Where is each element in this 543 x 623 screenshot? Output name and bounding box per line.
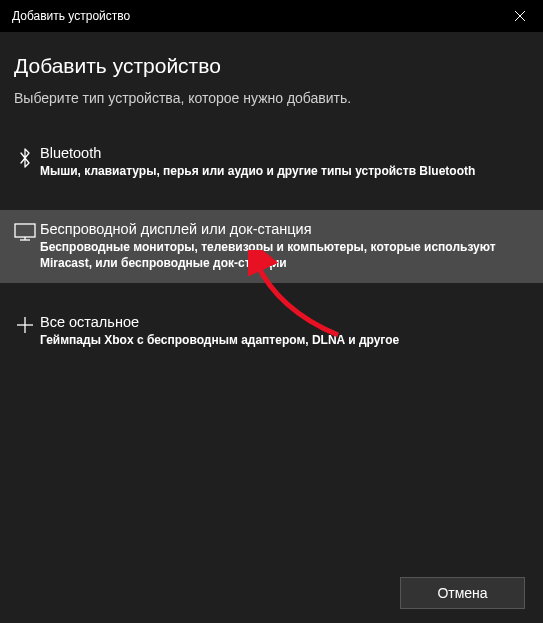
option-bluetooth[interactable]: Bluetooth Мыши, клавиатуры, перья или ау…: [0, 134, 543, 190]
display-icon: [10, 221, 40, 241]
page-title: Добавить устройство: [0, 54, 543, 86]
cancel-button-label: Отмена: [437, 585, 487, 601]
close-icon: [515, 11, 525, 21]
dialog-content: Добавить устройство Выберите тип устройс…: [0, 32, 543, 359]
option-wireless-display-body: Беспроводной дисплей или док-станция Бес…: [40, 221, 529, 271]
option-bluetooth-title: Bluetooth: [40, 145, 529, 161]
window-title: Добавить устройство: [12, 9, 130, 23]
option-other-body: Все остальное Геймпады Xbox с беспроводн…: [40, 314, 529, 348]
option-wireless-display[interactable]: Беспроводной дисплей или док-станция Бес…: [0, 210, 543, 282]
option-other-title: Все остальное: [40, 314, 529, 330]
dialog-footer: Отмена: [400, 577, 525, 609]
option-other[interactable]: Все остальное Геймпады Xbox с беспроводн…: [0, 303, 543, 359]
titlebar: Добавить устройство: [0, 0, 543, 32]
bluetooth-icon: [10, 145, 40, 169]
option-wireless-display-title: Беспроводной дисплей или док-станция: [40, 221, 529, 237]
option-wireless-display-desc: Беспроводные мониторы, телевизоры и комп…: [40, 239, 529, 271]
svg-rect-2: [15, 224, 35, 237]
close-button[interactable]: [497, 0, 543, 32]
page-subtitle: Выберите тип устройства, которое нужно д…: [0, 86, 543, 134]
plus-icon: [10, 314, 40, 334]
option-other-desc: Геймпады Xbox с беспроводным адаптером, …: [40, 332, 529, 348]
option-bluetooth-body: Bluetooth Мыши, клавиатуры, перья или ау…: [40, 145, 529, 179]
option-bluetooth-desc: Мыши, клавиатуры, перья или аудио и друг…: [40, 163, 529, 179]
cancel-button[interactable]: Отмена: [400, 577, 525, 609]
